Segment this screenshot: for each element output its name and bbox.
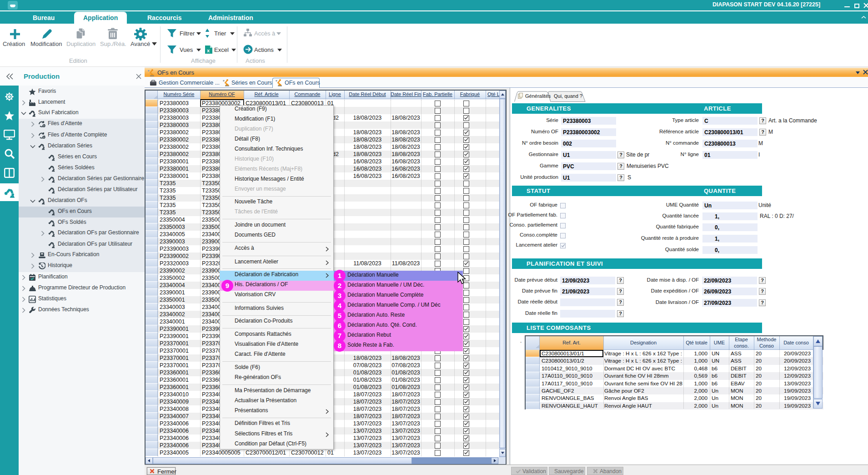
svg-text:x: x xyxy=(207,48,210,53)
